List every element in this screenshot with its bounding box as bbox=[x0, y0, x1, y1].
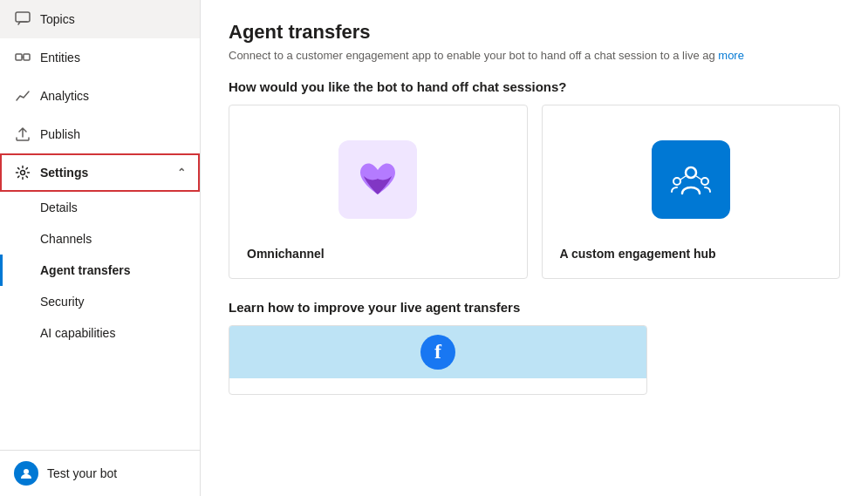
main-content: Agent transfers Connect to a customer en… bbox=[201, 0, 868, 496]
sidebar-sub-ai-capabilities-label: AI capabilities bbox=[40, 326, 115, 340]
analytics-icon bbox=[14, 87, 31, 105]
learn-card[interactable]: f bbox=[229, 325, 647, 395]
omnichannel-icon-area bbox=[247, 123, 509, 236]
cards-row-1: Omnichannel bbox=[229, 105, 840, 279]
custom-hub-icon-area bbox=[560, 123, 823, 236]
sidebar-sub-agent-transfers[interactable]: Agent transfers bbox=[0, 255, 200, 286]
omnichannel-card[interactable]: Omnichannel bbox=[229, 105, 528, 279]
sidebar-sub-security-label: Security bbox=[40, 295, 85, 309]
entities-icon bbox=[14, 49, 31, 66]
sidebar-sub-details-label: Details bbox=[40, 200, 78, 214]
cards-row-2: f bbox=[229, 325, 840, 395]
omnichannel-icon bbox=[338, 140, 417, 219]
chat-icon bbox=[14, 10, 31, 28]
svg-point-4 bbox=[21, 171, 25, 175]
section1-title: How would you like the bot to hand off c… bbox=[229, 79, 840, 94]
sidebar-item-topics-label: Topics bbox=[40, 12, 75, 26]
publish-icon bbox=[14, 126, 31, 143]
svg-point-6 bbox=[686, 167, 696, 178]
svg-rect-0 bbox=[16, 12, 30, 22]
page-description: Connect to a customer engagement app to … bbox=[229, 49, 840, 62]
bot-avatar bbox=[14, 461, 38, 486]
sidebar-item-entities-label: Entities bbox=[40, 51, 80, 65]
sidebar-sub-details[interactable]: Details bbox=[0, 192, 200, 223]
test-bot-button[interactable]: Test your bot bbox=[0, 450, 200, 496]
description-link[interactable]: more bbox=[718, 49, 744, 62]
sidebar-item-analytics[interactable]: Analytics bbox=[0, 77, 200, 115]
sidebar-item-publish[interactable]: Publish bbox=[0, 115, 200, 153]
sidebar-scroll: Topics Entities Analytics bbox=[0, 0, 200, 450]
learn-card-image: f bbox=[229, 326, 646, 378]
custom-hub-card-label: A custom engagement hub bbox=[560, 247, 823, 261]
sidebar-sub-security[interactable]: Security bbox=[0, 286, 200, 317]
svg-text:f: f bbox=[434, 340, 442, 363]
sidebar-item-topics[interactable]: Topics bbox=[0, 0, 200, 38]
sidebar-item-settings-label: Settings bbox=[40, 166, 88, 180]
sidebar-sub-channels-label: Channels bbox=[40, 232, 92, 246]
svg-line-9 bbox=[680, 176, 686, 180]
svg-point-5 bbox=[24, 469, 29, 474]
svg-rect-2 bbox=[24, 54, 30, 60]
custom-hub-card[interactable]: A custom engagement hub bbox=[542, 105, 841, 279]
page-title: Agent transfers bbox=[229, 21, 840, 44]
settings-icon bbox=[14, 164, 31, 181]
description-text: Connect to a customer engagement app to … bbox=[229, 49, 715, 62]
chevron-up-icon: ⌃ bbox=[177, 166, 186, 179]
svg-point-8 bbox=[701, 178, 708, 185]
svg-point-7 bbox=[673, 178, 680, 185]
sidebar-sub-ai-capabilities[interactable]: AI capabilities bbox=[0, 317, 200, 349]
svg-line-10 bbox=[696, 176, 701, 180]
sidebar-item-analytics-label: Analytics bbox=[40, 89, 89, 103]
section2-title: Learn how to improve your live agent tra… bbox=[229, 300, 840, 315]
sidebar-item-settings[interactable]: Settings ⌃ bbox=[0, 153, 200, 192]
test-bot-label: Test your bot bbox=[47, 466, 117, 480]
sidebar: Topics Entities Analytics bbox=[0, 0, 201, 496]
sidebar-item-publish-label: Publish bbox=[40, 127, 80, 141]
sidebar-sub-channels[interactable]: Channels bbox=[0, 223, 200, 255]
custom-hub-icon bbox=[652, 140, 730, 219]
sidebar-item-entities[interactable]: Entities bbox=[0, 38, 200, 77]
omnichannel-card-label: Omnichannel bbox=[247, 247, 509, 261]
svg-rect-1 bbox=[16, 54, 22, 60]
sidebar-sub-agent-transfers-label: Agent transfers bbox=[40, 263, 130, 277]
